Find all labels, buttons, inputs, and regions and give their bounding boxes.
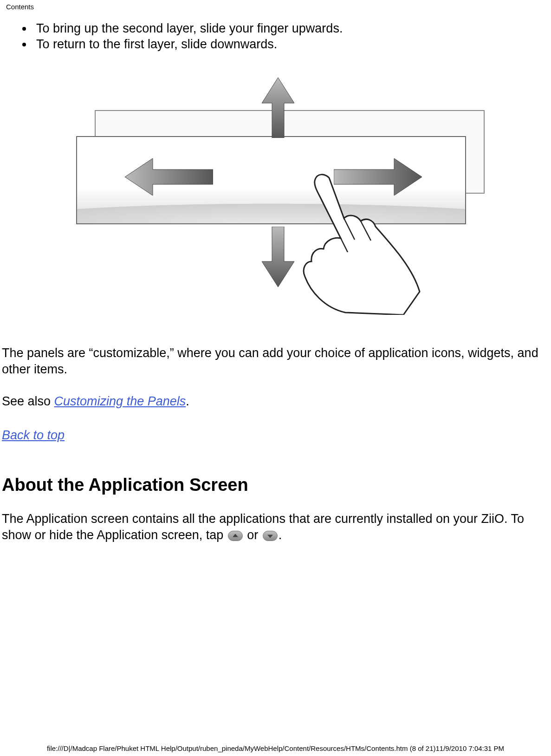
paragraph-customizable: The panels are “customizable,” where you… (0, 345, 551, 378)
footer-path: file:///D|/Madcap Flare/Phuket HTML Help… (0, 744, 551, 752)
show-apps-icon (228, 531, 243, 541)
paragraph-see-also: See also Customizing the Panels. (0, 393, 551, 410)
page-header: Contents (0, 0, 551, 11)
list-item: To bring up the second layer, slide your… (22, 21, 551, 37)
back-to-top-link[interactable]: Back to top (2, 428, 65, 443)
arrow-up-icon (262, 78, 294, 138)
hide-apps-icon (263, 531, 278, 541)
svg-marker-0 (262, 78, 294, 138)
period: . (279, 528, 282, 542)
swipe-gesture-figure (76, 80, 475, 303)
arrow-down-icon (262, 227, 294, 287)
about-heading: About the Application Screen (2, 475, 551, 495)
instruction-list: To bring up the second layer, slide your… (0, 21, 551, 52)
svg-marker-1 (262, 227, 294, 287)
see-also-suffix: . (186, 394, 189, 408)
list-item: To return to the first layer, slide down… (22, 37, 551, 52)
hand-pointer-icon (297, 171, 422, 315)
main-content: To bring up the second layer, slide your… (0, 21, 551, 543)
see-also-prefix: See also (2, 394, 54, 408)
arrow-left-icon (125, 158, 213, 196)
paragraph-app-screen: The Application screen contains all the … (0, 511, 551, 543)
or-word: or (244, 528, 262, 542)
svg-marker-2 (125, 158, 213, 196)
customizing-panels-link[interactable]: Customizing the Panels (54, 394, 186, 408)
